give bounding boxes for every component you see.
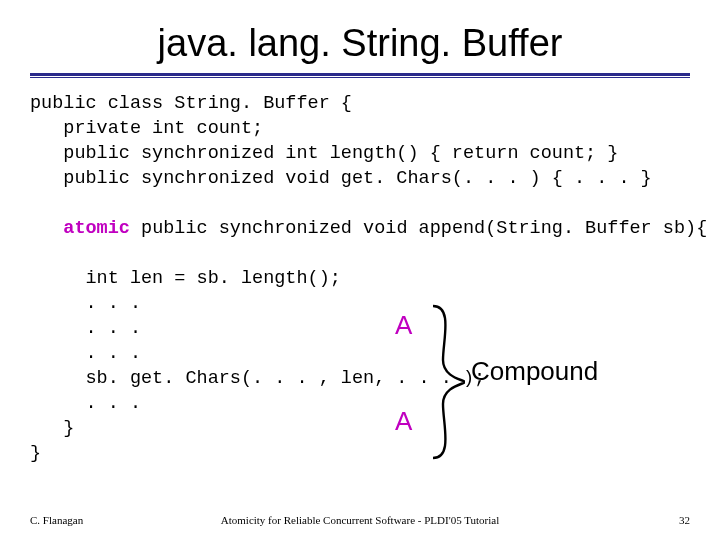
code-line-4: public synchronized void get. Chars(. . … (30, 168, 652, 189)
code-line-2: private int count; (30, 118, 263, 139)
code-line-3: public synchronized int length() { retur… (30, 143, 618, 164)
slide: java. lang. String. Buffer public class … (0, 0, 720, 540)
code-line-12: } (30, 418, 74, 439)
curly-brace-icon (429, 304, 465, 460)
code-line-11: . . . (30, 393, 141, 414)
annotation-area: A A Compound (395, 298, 695, 478)
code-line-7: . . . (30, 293, 141, 314)
footer-page: 32 (679, 514, 690, 526)
code-line-5c: public synchronized void append(String. … (130, 218, 707, 239)
code-line-8: . . . (30, 318, 141, 339)
code-line-9: . . . (30, 343, 141, 364)
code-line-5a (30, 218, 63, 239)
footer: C. Flanagan Atomicity for Reliable Concu… (30, 514, 690, 526)
label-a-1: A (395, 310, 412, 341)
code-line-6: int len = sb. length(); (30, 268, 341, 289)
footer-title: Atomicity for Reliable Concurrent Softwa… (30, 514, 690, 526)
title-underline (30, 73, 690, 78)
footer-author: C. Flanagan (30, 514, 83, 526)
label-a-2: A (395, 406, 412, 437)
atomic-keyword: atomic (63, 218, 130, 239)
label-compound: Compound (471, 356, 598, 387)
slide-title: java. lang. String. Buffer (30, 22, 690, 65)
code-line-13: } (30, 443, 41, 464)
code-line-1: public class String. Buffer { (30, 93, 352, 114)
